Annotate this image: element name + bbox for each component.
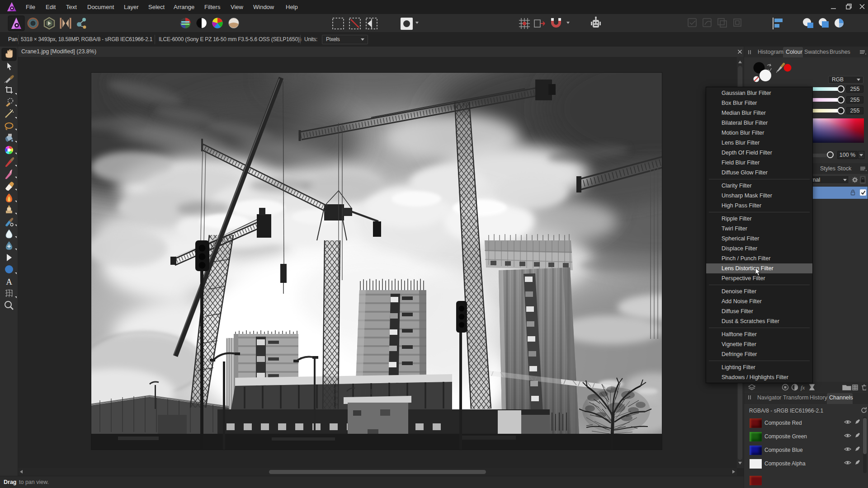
svg-text:A: A — [6, 277, 12, 286]
svg-text:fx: fx — [801, 384, 805, 391]
